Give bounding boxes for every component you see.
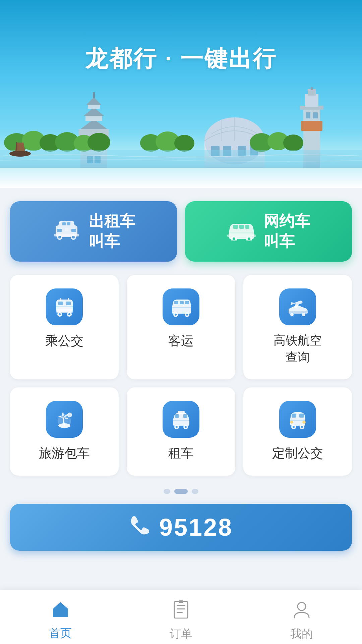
service-card-rental[interactable]: 租车 [127, 387, 235, 476]
svg-rect-75 [174, 301, 178, 304]
profile-icon [293, 600, 310, 623]
custom-icon-wrap [279, 401, 316, 438]
svg-point-56 [248, 237, 250, 240]
bottom-nav: 首页 订单 我的 [0, 590, 362, 644]
nav-orders[interactable]: 订单 [121, 597, 241, 642]
svg-rect-3 [85, 116, 102, 121]
svg-rect-90 [175, 414, 179, 418]
svg-rect-102 [58, 612, 63, 617]
dot-1 [164, 489, 170, 494]
svg-rect-57 [233, 225, 238, 229]
svg-rect-78 [172, 307, 191, 308]
svg-rect-50 [71, 229, 76, 232]
svg-rect-107 [179, 600, 183, 603]
highspeed-label: 高铁航空 查询 [274, 332, 322, 366]
svg-rect-58 [239, 225, 244, 229]
hotline-number: 95128 [159, 514, 233, 541]
svg-rect-48 [67, 222, 70, 225]
main-action-buttons: 出租车 叫车 网约车 [10, 201, 352, 262]
svg-point-80 [290, 313, 294, 316]
svg-marker-6 [86, 97, 101, 105]
svg-rect-38 [0, 150, 362, 168]
taxi-icon [52, 216, 81, 247]
svg-rect-5 [88, 105, 100, 109]
svg-point-101 [302, 421, 306, 424]
svg-rect-25 [313, 112, 318, 118]
svg-point-100 [290, 421, 293, 424]
hotline-button[interactable]: 95128 [10, 504, 352, 551]
service-card-coach[interactable]: 客运 [127, 275, 235, 379]
home-icon [51, 600, 70, 622]
orders-label: 订单 [170, 626, 192, 642]
svg-rect-22 [311, 87, 313, 90]
svg-rect-23 [301, 121, 322, 131]
svg-rect-76 [180, 301, 184, 304]
svg-point-46 [72, 236, 75, 238]
svg-rect-91 [183, 414, 187, 418]
svg-rect-20 [305, 94, 318, 107]
svg-point-98 [301, 426, 303, 428]
dot-2 [174, 489, 188, 494]
svg-rect-69 [60, 298, 61, 301]
svg-rect-94 [299, 414, 304, 418]
svg-rect-49 [57, 229, 62, 232]
rental-label: 租车 [168, 444, 194, 462]
svg-rect-66 [58, 302, 63, 305]
rental-icon-wrap [163, 401, 199, 438]
rideshare-button[interactable]: 网约车 叫车 [185, 201, 352, 262]
service-card-bus[interactable]: 乘公交 [10, 275, 119, 379]
svg-rect-67 [66, 302, 71, 305]
svg-rect-70 [68, 298, 69, 301]
svg-point-81 [302, 313, 305, 316]
service-card-highspeed[interactable]: 高铁航空 查询 [243, 275, 352, 379]
svg-point-39 [9, 151, 31, 157]
bus-label: 乘公交 [45, 332, 83, 350]
bus-icon-wrap [46, 288, 83, 325]
svg-rect-103 [174, 601, 188, 618]
svg-point-96 [293, 426, 295, 428]
coach-icon-wrap [163, 288, 199, 325]
svg-rect-104 [177, 605, 185, 606]
svg-point-87 [176, 426, 178, 428]
rideshare-icon [227, 216, 256, 247]
service-grid: 乘公交 客运 [10, 275, 352, 476]
svg-rect-40 [16, 142, 17, 151]
svg-rect-7 [93, 92, 95, 98]
main-content: 出租车 叫车 网约车 [0, 188, 362, 611]
svg-rect-59 [245, 225, 249, 229]
coach-label: 客运 [168, 332, 194, 350]
nav-home[interactable]: 首页 [0, 597, 121, 641]
svg-rect-99 [290, 420, 305, 421]
svg-rect-47 [62, 222, 66, 225]
nav-profile[interactable]: 我的 [241, 597, 362, 642]
service-card-tour[interactable]: 旅游包车 [10, 387, 119, 476]
svg-point-108 [298, 602, 306, 610]
svg-rect-24 [306, 112, 310, 118]
tour-label: 旅游包车 [39, 444, 90, 462]
hero-banner: 龙都行 · 一键出行 [0, 0, 362, 188]
taxi-button[interactable]: 出租车 叫车 [10, 201, 177, 262]
tour-icon-wrap [46, 401, 83, 438]
svg-rect-68 [56, 307, 73, 307]
highspeed-icon-wrap [279, 288, 316, 325]
rideshare-label: 网约车 叫车 [264, 211, 310, 252]
service-card-custom[interactable]: 定制公交 [243, 387, 352, 476]
svg-point-89 [185, 426, 187, 428]
svg-rect-93 [292, 414, 296, 418]
svg-rect-51 [65, 228, 68, 231]
hotline-icon [129, 513, 153, 541]
pagination-dots [10, 489, 352, 494]
svg-point-31 [87, 133, 110, 152]
svg-point-54 [233, 237, 235, 240]
dot-3 [192, 489, 198, 494]
orders-icon [173, 600, 189, 623]
svg-rect-77 [185, 301, 189, 304]
svg-point-37 [283, 135, 303, 151]
svg-point-74 [186, 314, 188, 316]
svg-point-72 [175, 314, 177, 316]
svg-rect-105 [177, 608, 185, 609]
svg-rect-106 [177, 612, 183, 613]
svg-point-63 [59, 313, 61, 315]
svg-point-44 [58, 236, 61, 238]
hero-tagline: 龙都行 · 一键出行 [0, 44, 362, 74]
